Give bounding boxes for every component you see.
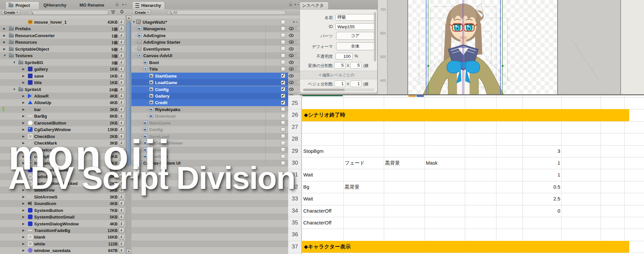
eye-icon[interactable] [289,81,294,84]
foldout-closed-icon[interactable]: ▶ [22,188,25,192]
hierarchy-row[interactable]: ▶Manageres [131,25,300,32]
hierarchy-row[interactable]: EventSystem [131,46,300,52]
eye-icon[interactable] [289,74,294,78]
eye-icon[interactable] [289,54,294,57]
row-number[interactable]: 30 [288,160,302,166]
scene-row[interactable]: ▼UtageWaltz*▾ ▪ [131,19,300,25]
expand-chip-icon[interactable]: ▶ [149,114,153,118]
hierarchy-row[interactable]: ▶MainGame [131,120,300,126]
parts-select[interactable]: コア [336,32,374,40]
favorite-f-button[interactable]: F [119,53,124,58]
expand-chip-icon[interactable]: ▶ [137,161,142,165]
project-row[interactable]: ▶✓CheckMark3KBF [0,140,126,146]
sheet-cell[interactable]: 0.5 [523,184,560,190]
foldout-closed-icon[interactable]: ▶ [22,101,25,104]
foldout-closed-icon[interactable]: ▶ [22,235,25,239]
bezier-x-field[interactable]: 1 [334,81,345,87]
scrollbar-thumb[interactable] [126,21,131,166]
project-row[interactable]: ▼Textures3個F [0,52,126,59]
sheet-cell[interactable]: フェード [345,160,382,166]
sheet-cell[interactable]: 2.5 [523,196,560,201]
search-input[interactable] [28,10,108,15]
visibility-checkbox[interactable] [281,94,285,98]
visibility-checkbox[interactable] [281,134,285,138]
visibility-checkbox[interactable] [281,127,285,132]
visibility-checkbox[interactable] [281,54,285,58]
hierarchy-row[interactable]: ▶Config [131,86,300,93]
hierarchy-row[interactable]: ▶AdvEngine [131,32,300,39]
project-row[interactable]: ▶RadioButton3KBF [0,173,126,180]
favorite-f-button[interactable]: F [119,39,124,45]
row-number[interactable]: 26 [288,112,302,118]
hierarchy-row[interactable]: ▶Credit [131,99,300,106]
favorite-f-button[interactable]: F [119,134,124,139]
inspector-hscrollbar[interactable] [303,88,374,91]
project-row[interactable]: ▶✕CloseIcon4KBF [0,147,126,153]
lock-icon[interactable] [297,88,300,90]
project-row[interactable]: ▶save1KBF [0,73,126,79]
foldout-closed-icon[interactable]: ▶ [22,148,25,151]
eye-icon[interactable] [289,88,294,91]
foldout-closed-icon[interactable]: ▶ [22,242,25,245]
project-row[interactable]: ▼SpriteUI24個F [0,86,126,93]
panel-menu-icon[interactable]: ▾ ▪ [294,3,299,6]
favorite-f-button[interactable]: F [119,19,124,25]
eye-icon[interactable] [289,61,294,64]
foldout-closed-icon[interactable]: ▶ [3,34,6,37]
eye-icon[interactable] [289,67,294,71]
model-canvas[interactable] [388,0,620,94]
project-row[interactable]: ▼SpriteBG3個F [0,59,126,66]
favorite-f-button[interactable]: F [119,93,124,99]
foldout-closed-icon[interactable]: ▶ [22,74,25,78]
favorite-f-button[interactable]: F [119,87,124,92]
foldout-closed-icon[interactable]: ▶ [22,182,25,185]
favorite-f-button[interactable]: F [119,60,124,65]
eye-icon[interactable] [289,47,294,51]
panel-menu-icon[interactable]: ▾ ▪ [122,3,126,6]
project-row[interactable]: ▶CheckBox2KBF [0,133,126,140]
visibility-checkbox[interactable] [281,47,285,51]
sheet-cell[interactable]: Wait [303,196,342,201]
visibility-checkbox[interactable] [281,67,285,71]
hierarchy-row[interactable]: ▶Boot [131,59,300,66]
project-row[interactable]: ▶gallery1KBF [0,66,126,72]
foldout-closed-icon[interactable]: ▶ [22,128,25,131]
foldout-closed-icon[interactable]: ▶ [22,108,25,111]
eye-icon[interactable] [289,27,294,30]
project-row[interactable]: ▶CgGalleryWindow13KBF [0,126,126,133]
expand-chip-icon[interactable]: ▶ [137,33,142,37]
visibility-checkbox[interactable] [281,148,285,152]
expand-chip-icon[interactable]: ▶ [149,94,153,98]
lock-icon[interactable] [116,4,119,6]
scene-checkbox[interactable] [281,20,285,24]
lock-icon[interactable] [297,75,300,77]
foldout-closed-icon[interactable]: ▶ [3,27,6,30]
project-row[interactable]: ▶ResourceConverter1個F [0,32,126,39]
project-row[interactable]: ▶Prefabs1個F [0,25,126,32]
hierarchy-row[interactable]: ▶Canvas-System UI [131,160,300,166]
adv-script-spreadsheet[interactable]: 25◆シナリオ終了時26272829StopBgm330フェード黒背景Mask1… [288,95,644,254]
tab-project[interactable]: Project [5,1,39,9]
create-button[interactable]: Create▾ [132,10,151,15]
lock-icon[interactable] [289,4,292,6]
foldout-closed-icon[interactable]: ▶ [22,155,25,158]
hierarchy-row[interactable]: AdvEngine Starter [131,39,300,45]
foldout-closed-icon[interactable]: ▶ [22,209,25,212]
foldout-closed-icon[interactable]: ▶ [22,114,25,118]
expand-chip-icon[interactable]: ▶ [143,60,148,64]
lock-icon[interactable] [297,27,300,30]
expand-chip-icon[interactable]: ▶ [149,80,153,84]
sheet-cell[interactable]: Bg [303,184,342,190]
project-scrollbar[interactable]: ▲ ▼ [126,15,132,254]
project-row[interactable]: ▶configBg55KBF [0,153,126,160]
visibility-checkbox[interactable] [281,33,285,37]
sheet-cell[interactable]: 1 [523,172,560,177]
expand-chip-icon[interactable]: ▶ [149,87,153,91]
favorite-f-button[interactable]: F [119,147,124,152]
eye-icon[interactable] [289,34,294,37]
favorite-f-button[interactable]: F [119,174,124,179]
project-row[interactable]: ▶AllowUp4KBF [0,99,126,106]
sheet-cell[interactable]: 黒背景 [345,184,382,190]
lock-icon[interactable] [297,41,300,43]
section-title-cell[interactable]: ◆シナリオ終了時 [304,112,345,119]
